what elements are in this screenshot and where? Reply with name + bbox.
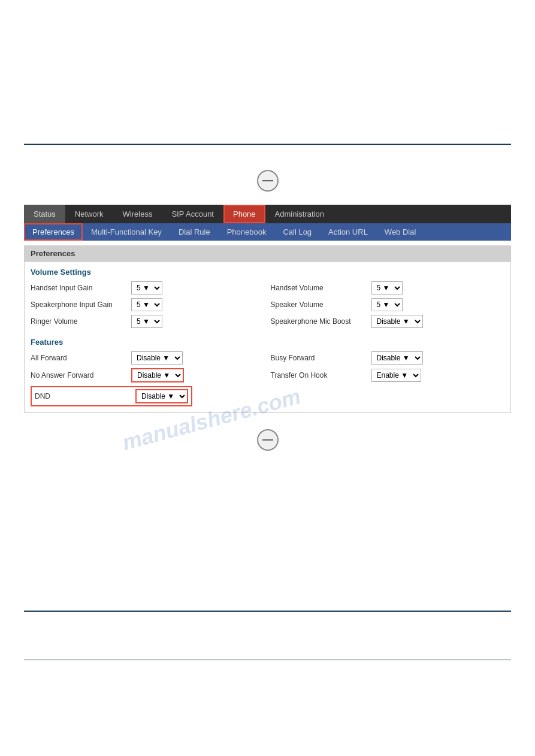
section-body: Volume Settings Handset Input Gain 5 ▼ H… [25,262,510,412]
no-answer-forward-label: No Answer Forward [31,371,126,379]
volume-settings-title: Volume Settings [31,268,504,277]
subtab-phonebook[interactable]: Phonebook [219,223,275,241]
no-answer-forward-select[interactable]: Disable ▼ [131,368,184,382]
subtab-web-dial[interactable]: Web Dial [376,223,425,241]
circle-minus-icon [257,170,279,192]
busy-forward-row: Busy Forward Disable ▼ [271,351,505,365]
ringer-volume-row: Ringer Volume 5 ▼ [31,315,265,328]
speaker-volume-row: Speaker Volume 5 ▼ [271,298,505,311]
speakerphone-mic-boost-row: Speakerphone Mic Boost Disable ▼ [271,315,505,328]
handset-volume-label: Handset Volume [271,284,367,292]
transfer-on-hook-select[interactable]: Enable ▼ [371,369,421,382]
subtab-action-url[interactable]: Action URL [320,223,376,241]
bottom-hr2 [24,660,511,660]
features-section: Features All Forward Disable ▼ Busy Forw… [31,338,504,406]
busy-forward-label: Busy Forward [271,354,367,362]
dnd-label: DND [35,392,131,400]
bottom-space2 [0,612,535,660]
page-wrapper: Status Network Wireless SIP Account Phon… [0,0,535,660]
bottom-circle-minus-icon [257,429,279,451]
handset-input-gain-label: Handset Input Gain [31,284,126,292]
subtab-call-log[interactable]: Call Log [274,223,320,241]
dnd-row: DND Disable ▼ [31,386,192,406]
dnd-row-empty [271,386,505,406]
busy-forward-select[interactable]: Disable ▼ [371,351,423,365]
ringer-volume-select[interactable]: 5 ▼ [131,315,162,328]
features-title: Features [31,338,504,347]
subtab-preferences[interactable]: Preferences [24,223,83,241]
handset-input-gain-row: Handset Input Gain 5 ▼ [31,281,265,294]
section-header: Preferences [25,246,510,262]
speakerphone-mic-boost-select[interactable]: Disable ▼ [371,315,423,328]
handset-input-gain-select[interactable]: 5 ▼ [131,281,162,294]
speakerphone-input-gain-label: Speakerphone Input Gain [31,300,126,309]
handset-volume-select[interactable]: 5 ▼ [371,281,403,294]
all-forward-label: All Forward [31,354,126,362]
tab-wireless[interactable]: Wireless [113,205,162,223]
volume-settings-section: Volume Settings Handset Input Gain 5 ▼ H… [31,268,504,328]
top-icon-area [0,163,535,199]
top-space [0,0,535,144]
bottom-icon-area [0,419,535,461]
speaker-volume-select[interactable]: 5 ▼ [371,298,403,311]
mid-space [0,145,535,163]
all-forward-select[interactable]: Disable ▼ [131,351,183,365]
volume-settings-grid: Handset Input Gain 5 ▼ Handset Volume 5 … [31,281,504,328]
nav-tabs-top: Status Network Wireless SIP Account Phon… [24,205,511,223]
transfer-on-hook-label: Transfer On Hook [271,371,367,379]
tab-status[interactable]: Status [24,205,65,223]
nav-tabs-sub: Preferences Multi-Functional Key Dial Ru… [24,223,511,241]
tab-sip-account[interactable]: SIP Account [162,205,223,223]
tab-network[interactable]: Network [65,205,113,223]
ringer-volume-label: Ringer Volume [31,317,126,326]
no-answer-forward-row: No Answer Forward Disable ▼ [31,368,265,382]
subtab-multi-functional-key[interactable]: Multi-Functional Key [83,223,170,241]
speakerphone-mic-boost-label: Speakerphone Mic Boost [271,317,367,326]
features-grid: All Forward Disable ▼ Busy Forward Disab… [31,351,504,406]
section-title: Preferences [31,249,75,258]
speakerphone-input-gain-select[interactable]: 5 ▼ [131,298,162,311]
subtab-dial-rule[interactable]: Dial Rule [170,223,219,241]
main-content: Status Network Wireless SIP Account Phon… [24,205,511,413]
tab-phone[interactable]: Phone [223,205,265,223]
bottom-space [0,461,535,611]
dnd-select[interactable]: Disable ▼ [135,389,188,403]
speaker-volume-label: Speaker Volume [271,300,367,309]
preferences-panel: Preferences Volume Settings Handset Inpu… [24,245,511,413]
all-forward-row: All Forward Disable ▼ [31,351,265,365]
transfer-on-hook-row: Transfer On Hook Enable ▼ [271,368,505,382]
handset-volume-row: Handset Volume 5 ▼ [271,281,505,294]
tab-administration[interactable]: Administration [265,205,334,223]
speakerphone-input-gain-row: Speakerphone Input Gain 5 ▼ [31,298,265,311]
